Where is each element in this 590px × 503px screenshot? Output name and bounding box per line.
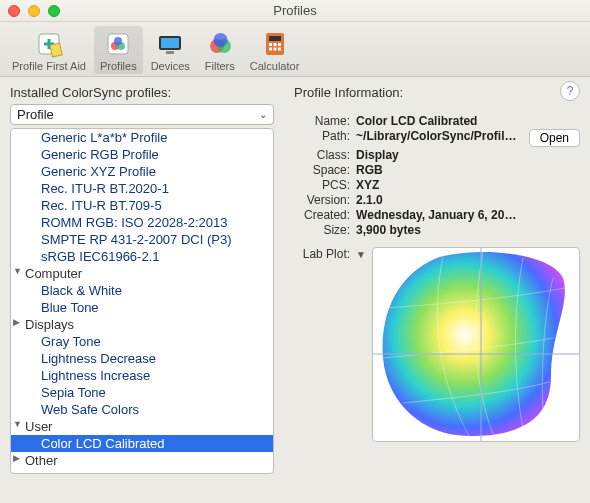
profiles-icon [102,28,134,60]
info-value: 3,900 bytes [356,223,523,237]
svg-rect-14 [269,43,272,46]
info-label: Path: [294,129,350,147]
tree-item[interactable]: Generic XYZ Profile [11,163,273,180]
title-bar: Profiles [0,0,590,22]
tree-item[interactable]: Black & White [11,282,273,299]
lab-plot-disclosure[interactable]: ▼ [356,247,366,442]
window-title: Profiles [0,3,590,18]
lab-plot-label: Lab Plot: [294,247,350,442]
profile-first-aid-icon [33,28,65,60]
info-label: Version: [294,193,350,207]
profile-column-select[interactable]: Profile ⌄ [10,104,274,125]
info-value: RGB [356,163,523,177]
tree-item[interactable]: Lightness Decrease [11,350,273,367]
info-label: Class: [294,148,350,162]
info-label: Name: [294,114,350,128]
info-value: ~/Library/ColorSync/Profiles… [356,129,523,147]
lab-plot[interactable] [372,247,580,442]
svg-rect-1 [50,43,62,57]
toolbar-devices[interactable]: Devices [145,26,196,74]
info-value: Color LCD Calibrated [356,114,523,128]
svg-rect-17 [269,48,272,51]
toolbar-label: Devices [151,60,190,72]
svg-rect-16 [278,43,281,46]
tree-item[interactable]: SMPTE RP 431-2-2007 DCI (P3) [11,231,273,248]
info-value: 2.1.0 [356,193,523,207]
info-value: Wednesday, January 6, 2016 at 1:53:4… [356,208,523,222]
toolbar-profiles[interactable]: Profiles [94,26,143,74]
tree-item[interactable]: Rec. ITU-R BT.709-5 [11,197,273,214]
toolbar-label: Profile First Aid [12,60,86,72]
profile-column-select-value: Profile [17,107,54,122]
toolbar: Profile First AidProfilesDevicesFiltersC… [0,22,590,77]
tree-item[interactable]: sRGB IEC61966-2.1 [11,248,273,265]
info-value: Display [356,148,523,162]
tree-item[interactable]: ROMM RGB: ISO 22028-2:2013 [11,214,273,231]
profile-tree[interactable]: Generic L*a*b* ProfileGeneric RGB Profil… [10,128,274,474]
help-button[interactable]: ? [560,81,580,101]
tree-item[interactable]: Blue Tone [11,299,273,316]
svg-rect-8 [166,51,174,54]
toolbar-label: Filters [205,60,235,72]
devices-icon [154,28,186,60]
info-label: Created: [294,208,350,222]
tree-item[interactable]: Web Safe Colors [11,401,273,418]
info-label: PCS: [294,178,350,192]
gamut-plot-svg [373,248,580,442]
toolbar-calculator[interactable]: Calculator [244,26,306,74]
filters-icon [204,28,236,60]
profile-info-title: Profile Information: [294,85,580,100]
tree-item[interactable]: Lightness Increase [11,367,273,384]
tree-item[interactable]: Color LCD Calibrated [11,435,273,452]
tree-group[interactable]: User [11,418,273,435]
tree-group[interactable]: Computer [11,265,273,282]
toolbar-label: Calculator [250,60,300,72]
tree-item[interactable]: Generic L*a*b* Profile [11,129,273,146]
tree-item[interactable]: Rec. ITU-R BT.2020-1 [11,180,273,197]
svg-rect-18 [273,48,276,51]
installed-profiles-label: Installed ColorSync profiles: [10,85,274,100]
svg-rect-19 [278,48,281,51]
toolbar-profile-first-aid[interactable]: Profile First Aid [6,26,92,74]
tree-group[interactable]: Other [11,452,273,469]
tree-item[interactable]: Gray Tone [11,333,273,350]
tree-item[interactable]: Generic RGB Profile [11,146,273,163]
svg-rect-15 [273,43,276,46]
info-value: XYZ [356,178,523,192]
tree-item[interactable]: Sepia Tone [11,384,273,401]
svg-rect-7 [161,38,179,48]
toolbar-label: Profiles [100,60,137,72]
info-label: Size: [294,223,350,237]
info-label: Space: [294,163,350,177]
chevron-down-icon: ⌄ [259,109,267,120]
open-path-button[interactable]: Open [529,129,580,147]
svg-point-5 [114,37,122,45]
tree-group[interactable]: Displays [11,316,273,333]
svg-point-11 [213,33,227,47]
svg-rect-13 [269,36,281,41]
calculator-icon [259,28,291,60]
toolbar-filters[interactable]: Filters [198,26,242,74]
